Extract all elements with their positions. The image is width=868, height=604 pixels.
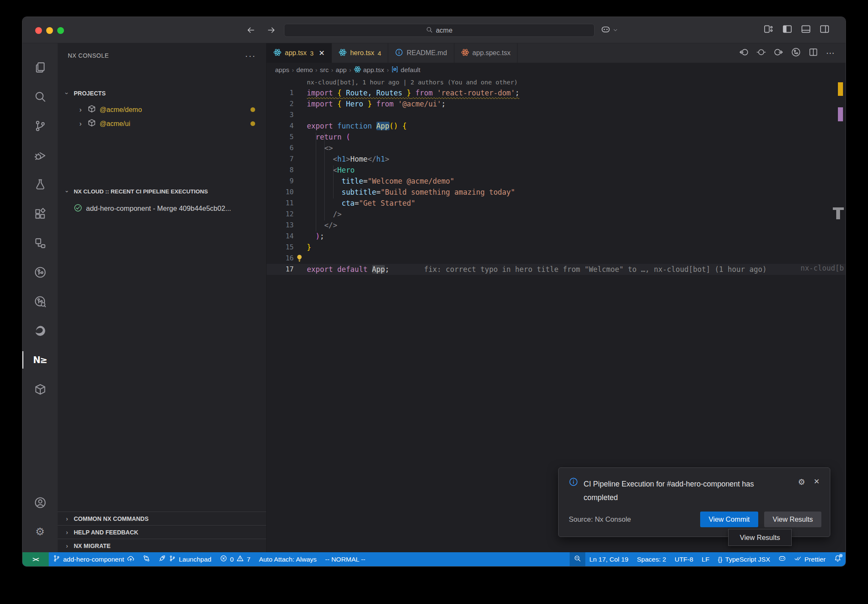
statusbar-indentation[interactable]: Spaces: 2	[633, 552, 670, 566]
remote-indicator[interactable]: ><	[22, 552, 49, 566]
breadcrumb-default[interactable]: default	[391, 66, 420, 75]
activity-extensions[interactable]	[22, 199, 58, 228]
command-center-search[interactable]: acme	[284, 24, 595, 37]
chevron-right-icon: ›	[77, 106, 84, 114]
activity-testing[interactable]	[22, 170, 58, 199]
view-commit-button[interactable]: View Commit	[700, 512, 758, 527]
code-line-13[interactable]: 13 </>	[267, 220, 846, 231]
code-line-11[interactable]: 11 cta="Get Started"	[267, 198, 846, 209]
zoom-out-icon	[574, 555, 581, 564]
project-item-@acme/demo[interactable]: ›@acme/demo	[58, 103, 266, 117]
nav-back-circle-icon[interactable]	[739, 48, 748, 59]
tab-README.md[interactable]: README.md	[388, 43, 454, 63]
sidebar-more-actions-button[interactable]: ···	[245, 51, 256, 61]
code-line-7[interactable]: 7 <h1>Home</h1>	[267, 154, 846, 165]
code-line-14[interactable]: 14 );	[267, 231, 846, 242]
nav-forward-circle-icon[interactable]	[774, 48, 783, 59]
panel-right-icon[interactable]	[820, 24, 829, 36]
activity-run-debug[interactable]	[22, 140, 58, 170]
statusbar-copilot-status[interactable]	[774, 552, 790, 566]
statusbar-language-mode[interactable]: {}TypeScript JSX	[714, 552, 774, 566]
projects-section-header[interactable]: › PROJECTS	[64, 90, 106, 97]
view-results-tooltip: View Results	[728, 529, 792, 546]
activity-accounts[interactable]	[22, 488, 58, 517]
notification-close-icon[interactable]: ✕	[814, 477, 820, 505]
code-line-5[interactable]: 5 return (	[267, 131, 846, 143]
section-nx-migrate[interactable]: ›NX MIGRATE	[58, 539, 266, 552]
layout-customize-icon[interactable]	[764, 24, 773, 36]
breadcrumb-app[interactable]: app	[336, 66, 347, 74]
copilot-icon	[601, 25, 610, 36]
code-line-9[interactable]: 9 title="Welcome @acme/demo"	[267, 176, 846, 187]
code-line-10[interactable]: 10 subtitle="Build something amazing tod…	[267, 187, 846, 198]
code-line-1[interactable]: 1import { Route, Routes } from 'react-ro…	[267, 87, 846, 98]
line-number: 11	[267, 198, 307, 209]
code-line-17[interactable]: 17export default App; fix: correct typo …	[267, 264, 846, 275]
panel-left-icon[interactable]	[782, 24, 792, 36]
activity-edge-tools[interactable]	[22, 316, 58, 345]
history-back-button[interactable]	[245, 24, 257, 36]
breadcrumb-demo[interactable]: demo	[296, 66, 313, 74]
code-line-15[interactable]: 15}	[267, 242, 846, 253]
line-number: 9	[267, 176, 307, 187]
react-blue-icon	[339, 48, 347, 58]
tab-app.tsx[interactable]: app.tsx3✕	[267, 43, 332, 63]
statusbar-cursor-position[interactable]: Ln 17, Col 19	[585, 552, 633, 566]
activity-settings[interactable]: ⚙	[22, 517, 58, 546]
breadcrumb-app.tsx[interactable]: app.tsx	[354, 66, 384, 75]
chevron-right-icon: ›	[64, 529, 70, 536]
statusbar-zoom-indicator[interactable]	[570, 552, 585, 566]
statusbar-problems[interactable]: 07	[216, 552, 255, 566]
statusbar-git-compare[interactable]	[139, 552, 154, 566]
code-line-4[interactable]: 4export function App() {	[267, 120, 846, 131]
statusbar-encoding[interactable]: UTF-8	[670, 552, 698, 566]
code-line-3[interactable]: 3	[267, 109, 846, 120]
vscode-window: acme N≥⚙ NX CONSOLE ··· › PROJECTS ›@acm	[22, 17, 846, 567]
view-results-button[interactable]: View Results	[764, 512, 821, 527]
problem-badge: 3	[310, 50, 314, 57]
maximize-window-button[interactable]	[57, 27, 64, 34]
pipeline-execution-item[interactable]: add-hero-component - Merge 409b44e5cb02.…	[58, 201, 266, 215]
breadcrumb-src[interactable]: src	[320, 66, 329, 74]
statusbar-launchpad[interactable]: Launchpad	[154, 552, 216, 566]
close-window-button[interactable]	[35, 27, 42, 34]
statusbar-formatter[interactable]: Prettier	[790, 552, 830, 566]
split-editor-icon[interactable]	[809, 48, 818, 59]
graph-run-icon[interactable]	[791, 48, 801, 59]
minimize-window-button[interactable]	[46, 27, 53, 34]
tab-app.spec.tsx[interactable]: app.spec.tsx	[454, 43, 518, 63]
nav-circle-icon[interactable]	[757, 48, 766, 59]
copilot-menu[interactable]	[601, 25, 619, 36]
code-line-2[interactable]: 2import { Hero } from '@acme/ui';	[267, 98, 846, 109]
section-help-and-feedback[interactable]: ›HELP AND FEEDBACK	[58, 525, 266, 539]
project-item-@acme/ui[interactable]: ›@acme/ui	[58, 117, 266, 131]
code-line-12[interactable]: 12 />	[267, 209, 846, 220]
cloud-upload-icon	[127, 555, 134, 564]
statusbar-notifications-bell[interactable]	[830, 552, 846, 566]
statusbar-git-branch[interactable]: add-hero-component	[49, 552, 139, 566]
code-line-8[interactable]: 8 <Hero	[267, 165, 846, 176]
code-line-6[interactable]: 6 <>	[267, 143, 846, 154]
breadcrumb-apps[interactable]: apps	[275, 66, 289, 74]
editor-actions: ⋯	[739, 43, 835, 63]
statusbar-eol[interactable]: LF	[698, 552, 714, 566]
activity-references[interactable]	[22, 228, 58, 257]
activity-commit-graph[interactable]	[22, 257, 58, 287]
activity-source-control[interactable]	[22, 111, 58, 140]
activity-explorer[interactable]	[22, 53, 58, 82]
notification-settings-gear-icon[interactable]: ⚙	[798, 477, 805, 505]
history-forward-button[interactable]	[265, 24, 277, 36]
code-line-16[interactable]: 16	[267, 253, 846, 264]
activity-nx-console[interactable]: N≥	[22, 345, 58, 375]
statusbar-vim-mode[interactable]: -- NORMAL --	[321, 552, 370, 566]
activity-search[interactable]	[22, 82, 58, 111]
activity-package-explorer[interactable]	[22, 375, 58, 404]
more-icon[interactable]: ⋯	[826, 48, 835, 58]
activity-search-commits[interactable]	[22, 287, 58, 316]
panel-bottom-icon[interactable]	[801, 24, 811, 36]
nx-cloud-section-header[interactable]: › NX CLOUD :: RECENT CI PIPELINE EXECUTI…	[64, 188, 208, 195]
tab-hero.tsx[interactable]: hero.tsx4	[332, 43, 388, 63]
section-common-nx-commands[interactable]: ›COMMON NX COMMANDS	[58, 512, 266, 525]
statusbar-auto-attach[interactable]: Auto Attach: Always	[255, 552, 321, 566]
close-tab-icon[interactable]: ✕	[319, 49, 325, 58]
